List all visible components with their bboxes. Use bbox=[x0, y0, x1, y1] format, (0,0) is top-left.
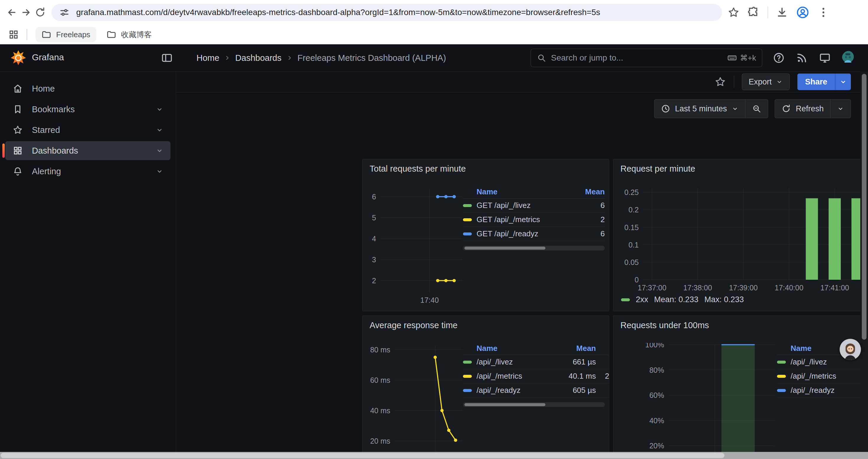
url-text[interactable]: grafana.mathmast.com/d/deytv4rwavabkb/fr… bbox=[76, 8, 600, 17]
horizontal-scrollbar[interactable] bbox=[0, 452, 868, 459]
legend-col-name[interactable]: Name bbox=[463, 344, 557, 353]
time-range-picker[interactable]: Last 5 minutes bbox=[654, 100, 745, 118]
chevron-down-icon[interactable] bbox=[156, 147, 163, 155]
browser-actions bbox=[727, 6, 830, 19]
series-max: Max: 0.233 bbox=[704, 295, 744, 304]
series-color-pill bbox=[777, 361, 786, 364]
brand-name[interactable]: Grafana bbox=[32, 52, 64, 62]
svg-text:40 ms: 40 ms bbox=[370, 406, 390, 415]
average-response-time-chart[interactable]: 0 s20 ms40 ms60 ms80 ms17:40 bbox=[366, 344, 465, 459]
series-name[interactable]: GET /api/_/livez bbox=[476, 201, 572, 210]
favorite-star-icon[interactable] bbox=[714, 76, 726, 88]
panel-title[interactable]: Average response time bbox=[370, 321, 458, 330]
user-avatar[interactable] bbox=[842, 51, 856, 65]
requests-under-100ms-chart[interactable]: 0%20%40%60%80%100%17:40 bbox=[617, 343, 777, 459]
monitor-icon[interactable] bbox=[819, 52, 831, 64]
url-bar[interactable]: grafana.mathmast.com/d/deytv4rwavabkb/fr… bbox=[52, 4, 722, 21]
back-icon[interactable] bbox=[5, 5, 19, 20]
refresh-group: Refresh bbox=[775, 99, 851, 118]
help-icon[interactable] bbox=[773, 52, 785, 64]
grafana-logo[interactable] bbox=[10, 50, 27, 66]
legend-row[interactable]: /api/_/readyz 605 µs 620 bbox=[463, 383, 609, 398]
scrollbar-thumb[interactable] bbox=[464, 247, 546, 250]
legend-col-name[interactable]: Name bbox=[463, 187, 572, 196]
legend-row[interactable]: GET /api/_/livez 6 bbox=[463, 198, 605, 213]
request-per-minute-chart[interactable]: 00.050.10.150.20.2517:37:0017:38:0017:39… bbox=[618, 186, 868, 293]
site-settings-icon[interactable] bbox=[59, 7, 70, 18]
sidebar-item-bookmarks[interactable]: Bookmarks bbox=[5, 100, 170, 119]
share-button[interactable]: Share bbox=[797, 73, 835, 90]
series-name[interactable]: GET /api/_/metrics bbox=[476, 215, 572, 224]
series-name[interactable]: /api/_/readyz bbox=[476, 386, 557, 395]
floating-assistant-avatar[interactable] bbox=[840, 339, 861, 360]
downloads-icon[interactable] bbox=[776, 6, 788, 19]
legend-scrollbar[interactable] bbox=[463, 246, 605, 251]
legend-row[interactable]: /api/_/metrics 40.1 ms 20.5 m bbox=[463, 369, 609, 383]
reload-icon[interactable] bbox=[33, 5, 47, 20]
series-last: 620 bbox=[596, 386, 609, 395]
sidebar-toggle-icon[interactable] bbox=[161, 52, 173, 64]
vertical-scrollbar[interactable] bbox=[860, 71, 868, 459]
bookmark-folder-freeleaps[interactable]: Freeleaps bbox=[35, 27, 96, 42]
export-button[interactable]: Export bbox=[742, 73, 790, 90]
legend-row[interactable]: /api/_/readyz 100% bbox=[777, 383, 868, 398]
legend-row[interactable]: GET /api/_/metrics 2 bbox=[463, 213, 605, 227]
zoom-out-button[interactable] bbox=[745, 100, 768, 118]
legend-scrollbar[interactable] bbox=[463, 402, 605, 407]
panel-total-requests[interactable]: Total requests per minute 2345617:40 Nam… bbox=[362, 159, 609, 311]
legend-row[interactable]: GET /api/_/readyz 6 bbox=[463, 227, 605, 241]
sidebar-item-home[interactable]: Home bbox=[5, 79, 170, 98]
chevron-right-icon bbox=[286, 54, 293, 62]
series-color-pill bbox=[463, 218, 472, 221]
series-color-pill bbox=[463, 375, 472, 378]
total-requests-chart[interactable]: 2345617:40 bbox=[366, 188, 465, 306]
panel-request-per-minute[interactable]: Request per minute 00.050.10.150.20.2517… bbox=[613, 159, 868, 311]
extensions-icon[interactable] bbox=[747, 6, 760, 19]
menu-kebab-icon[interactable] bbox=[817, 6, 830, 19]
series-name[interactable]: GET /api/_/readyz bbox=[476, 229, 572, 238]
svg-text:20%: 20% bbox=[649, 441, 664, 450]
legend-series-2xx[interactable]: 2xx Mean: 0.233 Max: 0.233 bbox=[621, 295, 744, 304]
news-rss-icon[interactable] bbox=[796, 52, 808, 64]
series-name[interactable]: 2xx bbox=[636, 295, 648, 304]
breadcrumb-dashboards[interactable]: Dashboards bbox=[235, 53, 281, 63]
chevron-down-icon[interactable] bbox=[156, 105, 163, 113]
profile-icon[interactable] bbox=[796, 6, 809, 19]
refresh-button[interactable]: Refresh bbox=[775, 100, 830, 118]
panel-requests-under-100ms[interactable]: Requests under 100ms 0%20%40%60%80%100%1… bbox=[613, 316, 868, 459]
chevron-down-icon[interactable] bbox=[156, 126, 163, 134]
sidebar-item-dashboards[interactable]: Dashboards bbox=[5, 141, 170, 160]
series-color-pill bbox=[463, 204, 472, 207]
legend-col-last[interactable]: Las bbox=[596, 344, 609, 353]
legend-row[interactable]: /api/_/livez 661 µs 646 bbox=[463, 355, 609, 369]
bookmark-folder-blogs[interactable]: 收藏博客 bbox=[100, 27, 158, 42]
scrollbar-thumb[interactable] bbox=[464, 403, 546, 406]
panel-title[interactable]: Total requests per minute bbox=[370, 164, 466, 174]
panel-title[interactable]: Request per minute bbox=[620, 164, 695, 174]
series-name[interactable]: /api/_/livez bbox=[790, 357, 851, 366]
sidebar-item-starred[interactable]: Starred bbox=[5, 121, 170, 139]
scrollbar-thumb[interactable] bbox=[862, 74, 867, 340]
search-input[interactable]: Search or jump to... ⌘+k bbox=[531, 49, 762, 67]
apps-grid-icon[interactable] bbox=[8, 29, 19, 40]
panel-average-response-time[interactable]: Average response time 0 s20 ms40 ms60 ms… bbox=[362, 316, 609, 459]
svg-text:4: 4 bbox=[372, 234, 376, 243]
series-name[interactable]: /api/_/livez bbox=[476, 357, 557, 366]
legend-col-mean[interactable]: Mean bbox=[557, 344, 596, 353]
share-menu-button[interactable] bbox=[836, 73, 851, 90]
chevron-down-icon[interactable] bbox=[156, 167, 163, 175]
panel-title[interactable]: Requests under 100ms bbox=[620, 321, 709, 330]
series-name[interactable]: /api/_/readyz bbox=[790, 386, 851, 395]
breadcrumb-home[interactable]: Home bbox=[196, 53, 219, 63]
refresh-interval-button[interactable] bbox=[831, 100, 850, 118]
legend-col-mean[interactable]: Mean bbox=[572, 187, 605, 196]
bookmark-star-icon[interactable] bbox=[727, 6, 740, 19]
series-name[interactable]: /api/_/metrics bbox=[476, 371, 557, 381]
keyboard-icon bbox=[727, 53, 737, 63]
forward-icon[interactable] bbox=[19, 5, 33, 20]
legend-row[interactable]: /api/_/metrics 100% bbox=[777, 369, 868, 383]
series-mean: 40.1 ms bbox=[557, 371, 596, 381]
scrollbar-thumb[interactable] bbox=[1, 453, 724, 458]
sidebar-item-alerting[interactable]: Alerting bbox=[5, 162, 170, 181]
series-name[interactable]: /api/_/metrics bbox=[790, 371, 851, 381]
